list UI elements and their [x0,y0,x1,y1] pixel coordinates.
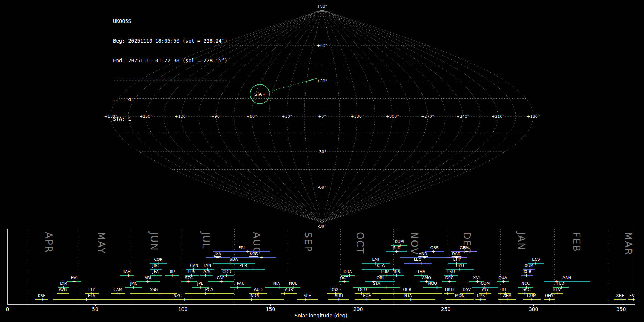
session-begin: Beg: 20251110 18:05:50 (sol = 228.24°) [113,38,228,44]
longitude-label: +300° [386,114,399,119]
peak-marker: + [158,291,162,296]
x-tick-mark [95,304,96,306]
x-tick-mark [183,304,183,306]
shower-label: AHY [503,294,512,298]
shower-label: NOO [428,282,438,286]
shower-label: LMI [372,258,380,262]
shower-label: HVI [70,276,78,280]
latitude-label: -60° [318,185,326,190]
shower-label: OCU [358,288,367,292]
shower-label: PAU [236,282,245,286]
x-tick-label: 50 [92,306,98,312]
peak-marker: + [182,297,186,302]
longitude-label: +330° [351,114,364,119]
timeline-plot-area: APRMAYJUNJULAUGSEPOCTNOVDECJANFEBMAR+KUM… [8,229,635,304]
month-label: SEP [303,232,314,252]
shower-label: AND [418,252,428,257]
shower-label: AUD [254,288,263,292]
longitude-label: +0° [318,114,326,119]
shower-label: IIP [170,270,175,274]
x-axis-title: Solar longitude (deg) [294,313,347,318]
shower-bar [130,299,225,300]
radiant-label: STA [254,92,262,97]
shower-label: PER [239,264,247,268]
shower-label: PCA [205,288,214,292]
month-label: APR [43,232,54,253]
radiant-map-window: { "header": { "station": "UK005S", "beg"… [0,0,644,322]
activity-timeline-chart: APRMAYJUNJULAUGSEPOCTNOVDECJANFEBMAR+KUM… [7,229,635,305]
shower-label: SZC [185,276,193,280]
station-id: UK005S [113,18,228,24]
shower-label: JEA [152,270,159,274]
shower-label: DAD [452,252,461,257]
longitude-label: +270° [421,114,434,119]
shower-label: LYR [60,282,67,286]
shower-label: ETA [88,294,96,298]
shower-label: LEO [414,258,422,262]
longitude-label: +180° [527,114,540,119]
latitude-label: +30° [317,79,327,83]
month-label: MAY [96,232,107,254]
shower-bar [213,263,255,264]
shower-bar [446,299,474,300]
meteor-track [364,83,367,88]
shower-label: OCT [340,276,348,280]
shower-bar [232,257,276,258]
shower-label: COM [480,282,490,286]
x-tick-mark [533,304,534,306]
shower-label: NUE [289,282,298,286]
peak-marker: + [260,254,264,260]
latitude-label: +60° [317,43,327,48]
month-label: JUN [148,232,160,251]
current-sol-marker [408,229,408,304]
shower-label: JMC [130,282,138,286]
x-tick-mark [358,304,358,306]
x-tick-label: 250 [441,306,451,312]
x-tick-mark [621,304,621,306]
shower-label: AUR [284,288,293,292]
month-gridline [78,229,78,304]
shower-label: GEM [459,246,469,250]
shower-bar [544,281,589,282]
latitude-label: -90° [318,224,326,229]
shower-label: FEV [553,288,561,292]
month-gridline [234,229,235,304]
shower-label: DKD [445,288,454,292]
shower-label: SCC [522,288,531,292]
shower-label: PPS [187,270,195,274]
peak-marker: + [251,267,255,272]
shower-label: JXA [214,252,221,257]
shower-label: GDR [222,270,231,274]
shower-label: ARD [334,294,343,298]
separator-line: -------------------------------------- [113,77,228,83]
shower-label: NIA [273,282,280,286]
shower-label: AAN [562,276,571,280]
shower-label: LUM [381,270,390,274]
shower-label: XCB [523,270,532,274]
shower-label: OHY [545,294,554,298]
x-tick-mark [270,304,271,306]
shower-label: QUA [498,276,507,280]
shower-label: JBC [152,264,159,268]
shower-bar [53,299,130,300]
shower-label: ERI [238,246,245,250]
shower-label: SLD [392,246,401,250]
meteor-track [356,52,364,60]
shower-label: ILE [501,288,508,292]
shower-label: CAM [113,288,123,292]
x-tick-label: 300 [529,306,538,312]
x-tick-label: 150 [266,306,275,312]
x-tick-mark [446,304,446,306]
x-tick-label: 0 [6,306,9,312]
shower-bar [130,293,177,294]
shower-label: GUM [527,294,537,298]
shower-label: ALY [482,288,489,292]
month-label: MAR [623,232,634,256]
shower-label: EVI [629,294,635,298]
shower-label: ECV [532,258,540,262]
latitude-label: +90° [317,4,327,9]
month-label: FEB [571,232,582,252]
shower-bar [185,293,234,294]
shower-bar [230,287,251,288]
shower-label: ORI [376,276,384,280]
